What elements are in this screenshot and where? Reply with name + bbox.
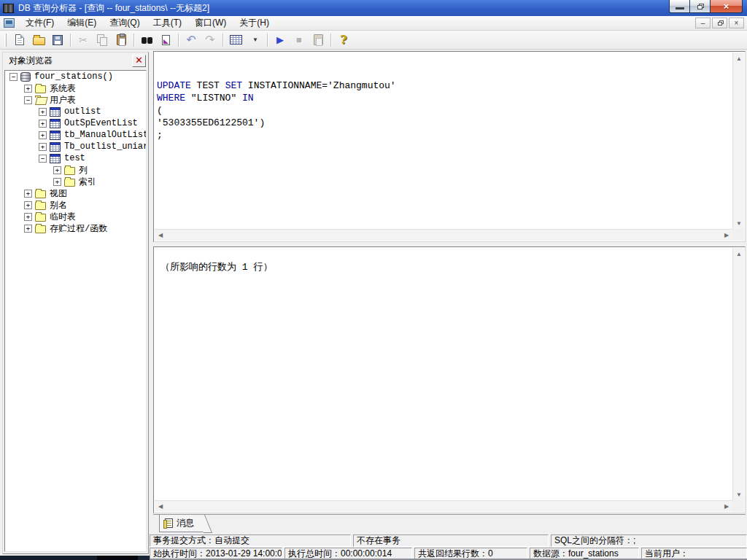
folder-icon [64, 179, 75, 187]
help-icon[interactable]: ? [335, 32, 352, 48]
object-browser-title: 对象浏览器 [9, 55, 132, 67]
messages-pane: （所影响的行数为 1 行） ▲ ▼ ◀ ▶ [153, 246, 746, 513]
code-line: '5303355ED6122501') [157, 117, 732, 129]
tree-item-test[interactable]: −test [5, 152, 146, 164]
expand-icon[interactable]: + [24, 201, 32, 209]
code-line: ; [157, 129, 732, 141]
menu-bar: 文件(F)编辑(E)查询(Q)工具(T)窗口(W)关于(H) – × [0, 16, 747, 31]
scroll-left-icon[interactable]: ◀ [155, 501, 166, 513]
tree-item-[interactable]: +系统表 [5, 82, 146, 94]
expand-icon[interactable]: + [24, 225, 32, 233]
database-icon [20, 72, 31, 82]
tree-item-label: outlist [64, 106, 101, 117]
tree-item-outlist[interactable]: +outlist [5, 106, 146, 117]
object-browser-close-button[interactable]: ✕ [132, 55, 146, 67]
tree-item-[interactable]: +列 [5, 164, 146, 176]
toolbar-separator [222, 34, 223, 47]
sql-editor-pane: UPDATE TEST SET INSTATIONNAME='Zhangmuto… [153, 51, 746, 242]
toolbar-separator [70, 34, 71, 47]
results-grid-icon[interactable] [227, 32, 244, 48]
menu-item-1[interactable]: 编辑(E) [61, 15, 103, 31]
scroll-right-icon[interactable]: ▶ [721, 501, 732, 513]
find-icon[interactable] [138, 32, 155, 48]
sql-editor[interactable]: UPDATE TEST SET INSTATIONNAME='Zhangmuto… [155, 52, 732, 229]
expand-icon[interactable]: + [39, 108, 47, 116]
minimize-icon [676, 7, 684, 9]
scroll-right-icon[interactable]: ▶ [721, 230, 732, 241]
scroll-up-icon[interactable]: ▲ [733, 248, 745, 260]
scroll-down-icon[interactable]: ▼ [733, 489, 745, 500]
copy-icon [93, 32, 111, 48]
collapse-icon[interactable]: − [24, 96, 32, 104]
minimize-button[interactable] [669, 0, 690, 13]
toolbar-separator [133, 34, 134, 47]
restore-icon [697, 5, 703, 9]
tree-item-[interactable]: +存贮过程/函数 [5, 222, 146, 234]
collapse-icon[interactable]: − [39, 155, 47, 163]
mdi-minimize-button[interactable]: – [695, 18, 711, 28]
tree-item-tb_outlist_uniarea[interactable]: +Tb_outlist_uniarea [5, 141, 146, 152]
paste-icon[interactable] [112, 32, 130, 48]
menu-item-5[interactable]: 关于(H) [233, 15, 276, 31]
tree-item-tb_manualoutlist[interactable]: +tb_ManualOutList [5, 129, 146, 141]
tree-item-label: 存贮过程/函数 [50, 222, 107, 235]
results-grid-icon [230, 35, 242, 44]
messages-output[interactable]: （所影响的行数为 1 行） [155, 247, 732, 500]
close-button[interactable]: × [711, 0, 743, 13]
menu-item-2[interactable]: 查询(Q) [103, 15, 146, 31]
messages-vertical-scrollbar[interactable]: ▲ ▼ [732, 248, 744, 500]
paste-results-icon [314, 34, 323, 45]
menu-item-4[interactable]: 窗口(W) [188, 15, 233, 31]
editor-vertical-scrollbar[interactable]: ▲ ▼ [732, 52, 744, 229]
tree-item-label: OutSpEventList [64, 118, 138, 128]
expand-icon[interactable]: + [53, 178, 61, 186]
result-tab-bar: 消息 [153, 514, 746, 533]
tree-item-label: test [64, 153, 85, 163]
expand-icon[interactable]: + [24, 190, 32, 198]
expand-icon[interactable]: + [24, 85, 32, 93]
expand-icon[interactable]: + [39, 120, 47, 128]
scroll-down-icon[interactable]: ▼ [733, 217, 745, 229]
collapse-icon[interactable]: − [9, 73, 18, 81]
tree-item-[interactable]: +临时表 [5, 211, 146, 222]
goto-page-icon [162, 35, 170, 45]
table-icon [50, 131, 61, 140]
mdi-close-button[interactable]: × [729, 18, 744, 28]
message-note-icon [165, 518, 173, 528]
open-file-icon[interactable] [30, 32, 47, 48]
save-icon[interactable] [49, 32, 66, 48]
execute-query-icon[interactable]: ▶ [271, 32, 289, 48]
mdi-restore-button[interactable] [712, 18, 727, 28]
tree-item-outspeventlist[interactable]: +OutSpEventList [5, 117, 146, 129]
tree-item-[interactable]: −用户表 [5, 94, 146, 106]
scroll-up-icon[interactable]: ▲ [733, 52, 745, 64]
grid-dropdown-caret-icon[interactable]: ▼ [246, 32, 263, 48]
expand-icon[interactable]: + [53, 166, 61, 174]
mdi-child-icon[interactable] [4, 18, 15, 28]
tree-item-[interactable]: +索引 [5, 176, 146, 187]
window-title: DB 查询分析器 - [查询 -- four_stations\ --无标题2] [18, 2, 209, 15]
folder-icon [35, 225, 46, 233]
new-query-icon[interactable] [11, 32, 28, 48]
tree-item-[interactable]: +视图 [5, 187, 146, 199]
editor-horizontal-scrollbar[interactable]: ◀ ▶ [155, 229, 732, 241]
tree-item-label: 临时表 [50, 211, 76, 223]
folder-icon [35, 214, 46, 222]
menu-item-0[interactable]: 文件(F) [19, 15, 61, 31]
tree-item-[interactable]: +别名 [5, 199, 146, 211]
redo-icon: ↷ [201, 32, 219, 48]
menu-item-3[interactable]: 工具(T) [147, 15, 188, 31]
expand-icon[interactable]: + [24, 213, 32, 221]
expand-icon[interactable]: + [39, 143, 47, 151]
scroll-left-icon[interactable]: ◀ [155, 230, 166, 241]
tree-item-four_stations[interactable]: −four_stations() [5, 71, 146, 82]
tree-item-label: 视图 [50, 187, 67, 200]
undo-icon[interactable]: ↶ [182, 32, 200, 48]
paste-icon [117, 34, 126, 45]
messages-horizontal-scrollbar[interactable]: ◀ ▶ [155, 500, 732, 512]
expand-icon[interactable]: + [39, 131, 47, 139]
tab-messages[interactable]: 消息 [159, 515, 205, 532]
stop-execution-icon: ■ [290, 32, 308, 48]
goto-page-icon[interactable] [157, 32, 174, 48]
restore-button[interactable] [690, 0, 711, 13]
